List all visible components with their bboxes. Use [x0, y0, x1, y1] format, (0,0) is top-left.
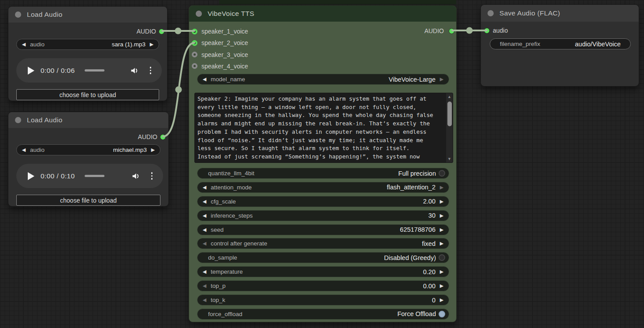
save-audio-node[interactable]: Save Audio (FLAC) audio filename_prefix …	[480, 4, 639, 87]
increment-arrow-icon[interactable]: ▶	[438, 185, 445, 190]
speaker_1_voice-dot[interactable]	[192, 29, 197, 34]
audio-output-port: AUDIO	[424, 27, 444, 35]
decrement-arrow-icon[interactable]: ◀	[201, 298, 208, 302]
audio-file-widget[interactable]: ◀ audio michael.mp3 ▶	[16, 144, 160, 155]
collapse-dot-icon[interactable]	[488, 10, 494, 16]
param-do_sample[interactable]: do_sampleDisabled (Greedy)	[197, 252, 449, 263]
param-top_p[interactable]: ◀top_p0.00▶	[197, 280, 449, 291]
speaker-text[interactable]: Speaker 2: Imagine your company has an a…	[195, 93, 446, 162]
increment-arrow-icon[interactable]: ▶	[438, 298, 445, 302]
wire-midpoint-dot[interactable]	[175, 87, 182, 93]
param-value: 30	[428, 212, 436, 219]
param-label: seed	[211, 226, 223, 233]
audio-player[interactable]: 0:00 / 0:10	[16, 164, 163, 188]
choose-file-button[interactable]: choose file to upload	[16, 89, 159, 100]
toggle-icon[interactable]	[439, 311, 445, 317]
volume-icon[interactable]	[131, 171, 141, 181]
param-attention_mode[interactable]: ◀attention_modeflash_attention_2▶	[197, 182, 449, 193]
increment-arrow-icon[interactable]: ▶	[438, 227, 445, 232]
param-top_k[interactable]: ◀top_k0▶	[197, 294, 449, 305]
speaker_3_voice-dot[interactable]	[192, 52, 197, 57]
audio-player[interactable]: 0:00 / 0:06	[16, 58, 162, 83]
collapse-dot-icon[interactable]	[15, 11, 21, 18]
param-force_offload[interactable]: force_offloadForce Offload	[197, 309, 449, 320]
decrement-arrow-icon[interactable]: ◀	[201, 185, 208, 190]
seek-bar[interactable]	[85, 175, 104, 177]
input-port-speaker_2_voice[interactable]: speaker_2_voice	[192, 39, 248, 47]
node-header[interactable]: Load Audio	[8, 7, 167, 23]
node-graph-canvas[interactable]: Load Audio AUDIO ◀ audio sara (1).mp3 ▶ …	[0, 0, 644, 328]
param-label: cfg_scale	[211, 198, 236, 205]
play-icon[interactable]	[28, 67, 34, 75]
decrement-arrow-icon[interactable]: ◀	[201, 269, 208, 274]
scroll-down-icon[interactable]: ▼	[446, 157, 453, 161]
player-menu-icon[interactable]	[150, 67, 152, 74]
param-control-after-generate[interactable]: ◀control after generatefixed▶	[197, 238, 449, 249]
audio-input-dot[interactable]	[484, 28, 490, 34]
node-title: VibeVoice TTS	[208, 10, 254, 18]
toggle-icon[interactable]	[439, 170, 445, 177]
node-header[interactable]: Load Audio	[8, 112, 168, 128]
increment-arrow-icon[interactable]: ▶	[438, 269, 445, 274]
audio-output-dot[interactable]	[159, 29, 164, 34]
decrement-arrow-icon[interactable]: ◀	[201, 283, 208, 288]
input-port-speaker_4_voice[interactable]: speaker_4_voice	[192, 62, 248, 70]
increment-arrow-icon[interactable]: ▶	[438, 213, 445, 218]
scroll-up-icon[interactable]: ▲	[446, 94, 453, 99]
wire-midpoint-dot[interactable]	[175, 28, 182, 34]
node-header[interactable]: VibeVoice TTS	[189, 6, 456, 22]
param-inference_steps[interactable]: ◀inference_steps30▶	[197, 210, 449, 221]
load-audio-node-2[interactable]: Load Audio AUDIO ◀ audio michael.mp3 ▶ 0…	[8, 112, 169, 207]
prev-arrow-icon[interactable]: ◀	[20, 147, 27, 152]
decrement-arrow-icon[interactable]: ◀	[201, 213, 208, 218]
next-arrow-icon[interactable]: ▶	[148, 42, 155, 47]
decrement-arrow-icon[interactable]: ◀	[201, 241, 208, 246]
filename-prefix-widget[interactable]: filename_prefix audio/VibeVoice	[490, 38, 631, 49]
input-port-speaker_1_voice[interactable]: speaker_1_voice	[192, 27, 248, 35]
increment-arrow-icon[interactable]: ▶	[438, 283, 445, 288]
prev-arrow-icon[interactable]: ◀	[20, 42, 27, 47]
toggle-icon[interactable]	[439, 254, 445, 261]
player-time: 0:00 / 0:10	[41, 172, 75, 180]
input-port-speaker_3_voice[interactable]: speaker_3_voice	[192, 51, 248, 59]
decrement-arrow-icon[interactable]: ◀	[201, 227, 208, 232]
load-audio-node-1[interactable]: Load Audio AUDIO ◀ audio sara (1).mp3 ▶ …	[8, 6, 168, 101]
param-cfg_scale[interactable]: ◀cfg_scale2.00▶	[197, 196, 449, 207]
speaker_4_voice-dot[interactable]	[192, 63, 197, 69]
param-value: 2.00	[423, 198, 436, 205]
play-icon[interactable]	[28, 172, 34, 180]
param-temperature[interactable]: ◀temperature0.20▶	[197, 266, 449, 277]
choose-file-button[interactable]: choose file to upload	[16, 195, 160, 206]
increment-arrow-icon[interactable]: ▶	[438, 199, 445, 204]
widget-label: filename_prefix	[494, 41, 540, 47]
model-name-widget[interactable]: ◀ model_name VibeVoice-Large ▶	[197, 74, 449, 85]
audio-output-dot[interactable]	[449, 28, 454, 34]
next-arrow-icon[interactable]: ▶	[438, 77, 445, 82]
increment-arrow-icon[interactable]: ▶	[438, 241, 445, 246]
speaker-text-area[interactable]: Speaker 2: Imagine your company has an a…	[194, 93, 453, 163]
decrement-arrow-icon[interactable]: ◀	[201, 199, 208, 204]
seek-bar[interactable]	[85, 69, 104, 72]
scrollbar[interactable]: ▲ ▼	[446, 93, 453, 162]
param-label: temperature	[211, 268, 243, 275]
vibevoice-tts-node[interactable]: VibeVoice TTS speaker_1_voicespeaker_2_v…	[189, 5, 457, 322]
player-menu-icon[interactable]	[151, 172, 153, 180]
node-title: Load Audio	[27, 116, 63, 124]
node-title: Save Audio (FLAC)	[499, 9, 560, 17]
param-seed[interactable]: ◀seed6251788706▶	[197, 224, 449, 235]
prev-arrow-icon[interactable]: ◀	[201, 77, 208, 82]
scroll-thumb[interactable]	[447, 102, 452, 126]
audio-file-widget[interactable]: ◀ audio sara (1).mp3 ▶	[16, 39, 159, 50]
param-value: 0.00	[423, 283, 436, 290]
wire-midpoint-dot[interactable]	[466, 27, 473, 34]
audio-output-dot[interactable]	[160, 134, 166, 140]
collapse-dot-icon[interactable]	[196, 11, 202, 17]
widget-value: audio/VibeVoice	[575, 41, 627, 48]
audio-input-port: audio	[493, 26, 508, 34]
next-arrow-icon[interactable]: ▶	[149, 147, 156, 152]
node-header[interactable]: Save Audio (FLAC)	[481, 5, 639, 22]
volume-icon[interactable]	[130, 66, 139, 75]
param-quantize_llm_4bit[interactable]: quantize_llm_4bitFull precision	[197, 168, 449, 179]
speaker_2_voice-dot[interactable]	[192, 40, 197, 46]
collapse-dot-icon[interactable]	[15, 117, 21, 123]
